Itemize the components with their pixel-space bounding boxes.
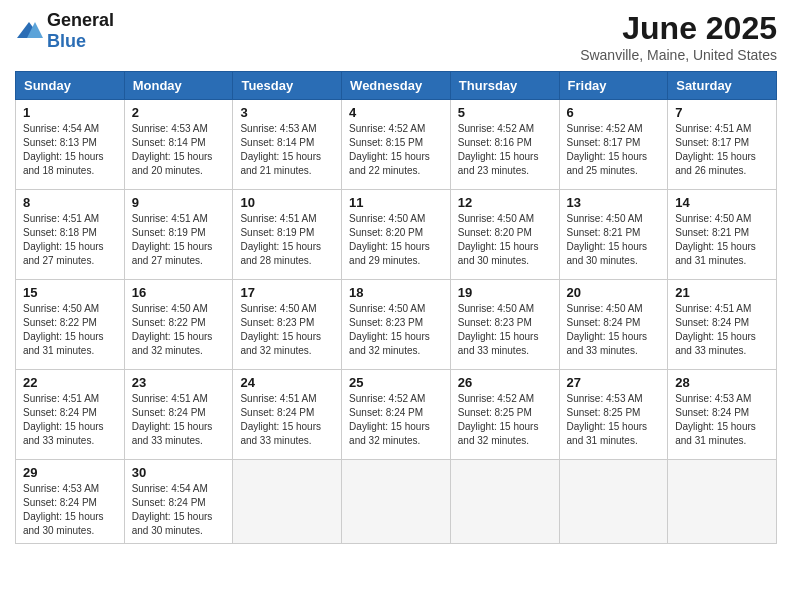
day-number: 10: [240, 195, 334, 210]
day-info: Sunrise: 4:53 AMSunset: 8:24 PMDaylight:…: [23, 482, 117, 538]
day-number: 18: [349, 285, 443, 300]
header: General Blue June 2025 Swanville, Maine,…: [15, 10, 777, 63]
day-number: 22: [23, 375, 117, 390]
header-monday: Monday: [124, 72, 233, 100]
day-number: 12: [458, 195, 552, 210]
day-info: Sunrise: 4:50 AMSunset: 8:20 PMDaylight:…: [458, 212, 552, 268]
day-number: 9: [132, 195, 226, 210]
logo-text: General Blue: [47, 10, 114, 52]
day-number: 5: [458, 105, 552, 120]
header-thursday: Thursday: [450, 72, 559, 100]
day-info: Sunrise: 4:51 AMSunset: 8:19 PMDaylight:…: [240, 212, 334, 268]
logo-general: General: [47, 10, 114, 30]
table-row: 9Sunrise: 4:51 AMSunset: 8:19 PMDaylight…: [124, 190, 233, 280]
day-number: 25: [349, 375, 443, 390]
day-info: Sunrise: 4:52 AMSunset: 8:16 PMDaylight:…: [458, 122, 552, 178]
day-number: 7: [675, 105, 769, 120]
weekday-header-row: Sunday Monday Tuesday Wednesday Thursday…: [16, 72, 777, 100]
table-row: 20Sunrise: 4:50 AMSunset: 8:24 PMDayligh…: [559, 280, 668, 370]
table-row: 13Sunrise: 4:50 AMSunset: 8:21 PMDayligh…: [559, 190, 668, 280]
day-info: Sunrise: 4:53 AMSunset: 8:25 PMDaylight:…: [567, 392, 661, 448]
day-info: Sunrise: 4:50 AMSunset: 8:24 PMDaylight:…: [567, 302, 661, 358]
table-row: [668, 460, 777, 544]
logo-blue: Blue: [47, 31, 86, 51]
logo-icon: [15, 20, 43, 42]
table-row: [559, 460, 668, 544]
header-tuesday: Tuesday: [233, 72, 342, 100]
table-row: 15Sunrise: 4:50 AMSunset: 8:22 PMDayligh…: [16, 280, 125, 370]
day-info: Sunrise: 4:52 AMSunset: 8:24 PMDaylight:…: [349, 392, 443, 448]
calendar-week-row: 15Sunrise: 4:50 AMSunset: 8:22 PMDayligh…: [16, 280, 777, 370]
day-info: Sunrise: 4:51 AMSunset: 8:18 PMDaylight:…: [23, 212, 117, 268]
day-number: 28: [675, 375, 769, 390]
day-number: 11: [349, 195, 443, 210]
day-info: Sunrise: 4:52 AMSunset: 8:25 PMDaylight:…: [458, 392, 552, 448]
table-row: 23Sunrise: 4:51 AMSunset: 8:24 PMDayligh…: [124, 370, 233, 460]
day-number: 4: [349, 105, 443, 120]
table-row: 8Sunrise: 4:51 AMSunset: 8:18 PMDaylight…: [16, 190, 125, 280]
day-info: Sunrise: 4:50 AMSunset: 8:21 PMDaylight:…: [675, 212, 769, 268]
header-sunday: Sunday: [16, 72, 125, 100]
table-row: 25Sunrise: 4:52 AMSunset: 8:24 PMDayligh…: [342, 370, 451, 460]
table-row: 3Sunrise: 4:53 AMSunset: 8:14 PMDaylight…: [233, 100, 342, 190]
calendar-week-row: 1Sunrise: 4:54 AMSunset: 8:13 PMDaylight…: [16, 100, 777, 190]
table-row: 30Sunrise: 4:54 AMSunset: 8:24 PMDayligh…: [124, 460, 233, 544]
day-info: Sunrise: 4:54 AMSunset: 8:24 PMDaylight:…: [132, 482, 226, 538]
day-number: 13: [567, 195, 661, 210]
table-row: 29Sunrise: 4:53 AMSunset: 8:24 PMDayligh…: [16, 460, 125, 544]
table-row: 12Sunrise: 4:50 AMSunset: 8:20 PMDayligh…: [450, 190, 559, 280]
day-info: Sunrise: 4:51 AMSunset: 8:24 PMDaylight:…: [132, 392, 226, 448]
day-info: Sunrise: 4:50 AMSunset: 8:20 PMDaylight:…: [349, 212, 443, 268]
table-row: [342, 460, 451, 544]
day-number: 20: [567, 285, 661, 300]
header-saturday: Saturday: [668, 72, 777, 100]
day-info: Sunrise: 4:53 AMSunset: 8:24 PMDaylight:…: [675, 392, 769, 448]
table-row: 17Sunrise: 4:50 AMSunset: 8:23 PMDayligh…: [233, 280, 342, 370]
table-row: [233, 460, 342, 544]
table-row: 14Sunrise: 4:50 AMSunset: 8:21 PMDayligh…: [668, 190, 777, 280]
day-number: 26: [458, 375, 552, 390]
day-number: 27: [567, 375, 661, 390]
table-row: 16Sunrise: 4:50 AMSunset: 8:22 PMDayligh…: [124, 280, 233, 370]
day-info: Sunrise: 4:53 AMSunset: 8:14 PMDaylight:…: [132, 122, 226, 178]
table-row: 18Sunrise: 4:50 AMSunset: 8:23 PMDayligh…: [342, 280, 451, 370]
day-info: Sunrise: 4:50 AMSunset: 8:23 PMDaylight:…: [240, 302, 334, 358]
day-number: 17: [240, 285, 334, 300]
day-number: 16: [132, 285, 226, 300]
day-info: Sunrise: 4:50 AMSunset: 8:21 PMDaylight:…: [567, 212, 661, 268]
day-info: Sunrise: 4:50 AMSunset: 8:22 PMDaylight:…: [132, 302, 226, 358]
calendar-week-row: 29Sunrise: 4:53 AMSunset: 8:24 PMDayligh…: [16, 460, 777, 544]
location-title: Swanville, Maine, United States: [580, 47, 777, 63]
day-number: 1: [23, 105, 117, 120]
day-number: 14: [675, 195, 769, 210]
day-number: 21: [675, 285, 769, 300]
logo: General Blue: [15, 10, 114, 52]
table-row: 11Sunrise: 4:50 AMSunset: 8:20 PMDayligh…: [342, 190, 451, 280]
day-info: Sunrise: 4:51 AMSunset: 8:24 PMDaylight:…: [675, 302, 769, 358]
day-info: Sunrise: 4:51 AMSunset: 8:19 PMDaylight:…: [132, 212, 226, 268]
day-info: Sunrise: 4:50 AMSunset: 8:23 PMDaylight:…: [349, 302, 443, 358]
day-number: 19: [458, 285, 552, 300]
day-info: Sunrise: 4:54 AMSunset: 8:13 PMDaylight:…: [23, 122, 117, 178]
table-row: 2Sunrise: 4:53 AMSunset: 8:14 PMDaylight…: [124, 100, 233, 190]
calendar-week-row: 22Sunrise: 4:51 AMSunset: 8:24 PMDayligh…: [16, 370, 777, 460]
day-number: 24: [240, 375, 334, 390]
day-info: Sunrise: 4:52 AMSunset: 8:17 PMDaylight:…: [567, 122, 661, 178]
day-info: Sunrise: 4:51 AMSunset: 8:17 PMDaylight:…: [675, 122, 769, 178]
table-row: 19Sunrise: 4:50 AMSunset: 8:23 PMDayligh…: [450, 280, 559, 370]
header-wednesday: Wednesday: [342, 72, 451, 100]
header-friday: Friday: [559, 72, 668, 100]
day-number: 29: [23, 465, 117, 480]
table-row: 7Sunrise: 4:51 AMSunset: 8:17 PMDaylight…: [668, 100, 777, 190]
day-info: Sunrise: 4:50 AMSunset: 8:23 PMDaylight:…: [458, 302, 552, 358]
day-number: 15: [23, 285, 117, 300]
day-number: 30: [132, 465, 226, 480]
table-row: 4Sunrise: 4:52 AMSunset: 8:15 PMDaylight…: [342, 100, 451, 190]
month-title: June 2025: [580, 10, 777, 47]
day-info: Sunrise: 4:50 AMSunset: 8:22 PMDaylight:…: [23, 302, 117, 358]
table-row: 21Sunrise: 4:51 AMSunset: 8:24 PMDayligh…: [668, 280, 777, 370]
day-info: Sunrise: 4:52 AMSunset: 8:15 PMDaylight:…: [349, 122, 443, 178]
day-info: Sunrise: 4:51 AMSunset: 8:24 PMDaylight:…: [23, 392, 117, 448]
table-row: 6Sunrise: 4:52 AMSunset: 8:17 PMDaylight…: [559, 100, 668, 190]
day-number: 8: [23, 195, 117, 210]
